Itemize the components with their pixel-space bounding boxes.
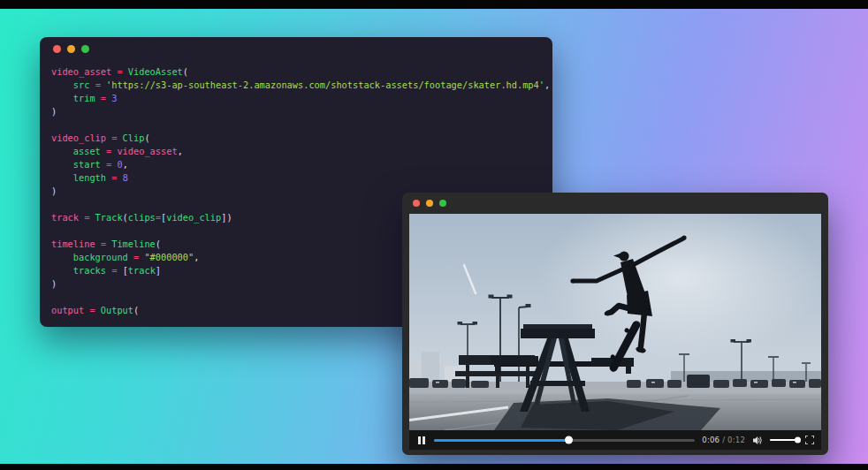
close-button-icon[interactable] xyxy=(53,45,61,53)
video-player-window: 0:06 / 0:12 xyxy=(402,193,828,455)
code-window-titlebar[interactable] xyxy=(40,37,552,60)
traffic-lights xyxy=(53,45,89,53)
close-button-icon[interactable] xyxy=(413,200,420,207)
time-display: 0:06 / 0:12 xyxy=(702,436,745,444)
minimize-button-icon[interactable] xyxy=(426,200,433,207)
volume-handle[interactable] xyxy=(795,437,801,443)
current-time: 0:06 xyxy=(702,436,720,444)
volume-icon xyxy=(752,436,763,445)
pause-icon xyxy=(418,436,421,444)
traffic-lights xyxy=(413,200,446,207)
fullscreen-button[interactable] xyxy=(805,436,814,444)
letterbox-top xyxy=(0,0,868,9)
video-viewport[interactable] xyxy=(409,214,821,430)
progress-fill xyxy=(434,439,570,442)
time-separator: / xyxy=(720,436,727,444)
volume-slider[interactable] xyxy=(770,439,798,442)
progress-handle[interactable] xyxy=(565,436,573,444)
progress-bar[interactable] xyxy=(434,439,696,442)
video-window-titlebar[interactable] xyxy=(402,193,828,214)
pause-button[interactable] xyxy=(416,435,427,446)
player-controls-bar: 0:06 / 0:12 xyxy=(409,430,821,450)
fullscreen-icon xyxy=(805,436,814,444)
skater-video-frame xyxy=(409,214,821,430)
volume-fill xyxy=(770,439,798,442)
minimize-button-icon[interactable] xyxy=(67,45,75,53)
zoom-button-icon[interactable] xyxy=(439,200,446,207)
zoom-button-icon[interactable] xyxy=(81,45,89,53)
page-background: video_asset = VideoAsset( src = 'https:/… xyxy=(0,0,868,470)
letterbox-bottom xyxy=(0,464,868,470)
volume-button[interactable] xyxy=(752,436,763,445)
duration: 0:12 xyxy=(727,436,745,444)
